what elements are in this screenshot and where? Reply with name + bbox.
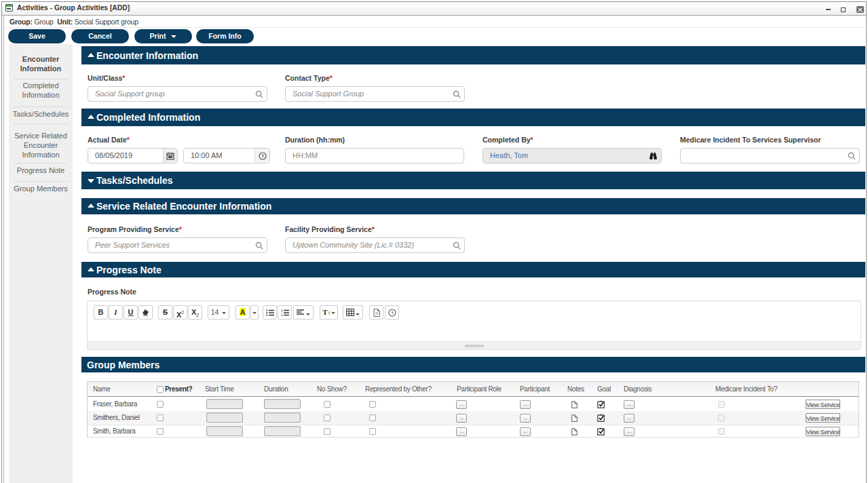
svg-text:1: 1 bbox=[281, 309, 283, 313]
svg-text:2: 2 bbox=[281, 313, 283, 316]
